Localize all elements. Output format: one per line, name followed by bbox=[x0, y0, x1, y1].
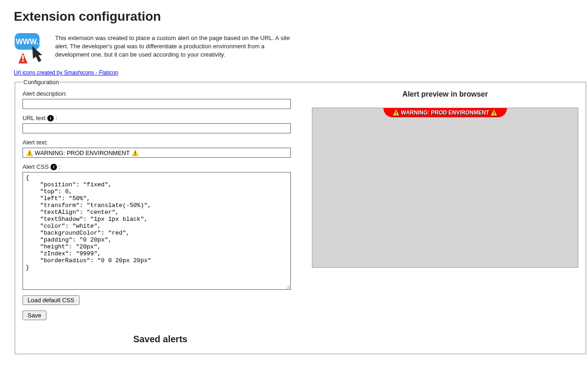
label-description: Alert description: bbox=[23, 90, 298, 97]
field-description: Alert description: bbox=[23, 90, 298, 109]
field-url-text: URL text i: bbox=[23, 115, 298, 133]
fieldset-legend: Configuration bbox=[23, 79, 60, 86]
label-alert-css-text: Alert CSS bbox=[23, 163, 49, 170]
label-url-text-text: URL text bbox=[23, 115, 45, 121]
field-alert-css: Alert CSS i: bbox=[23, 163, 298, 290]
info-icon[interactable]: i bbox=[47, 115, 54, 121]
input-alert-text[interactable] bbox=[23, 148, 291, 158]
save-button[interactable]: Save bbox=[23, 310, 46, 320]
browser-preview: ⚠️ WARNING: PROD ENVIRONMENT ⚠️ bbox=[312, 108, 578, 268]
extension-logo: WWW. bbox=[14, 32, 47, 65]
intro-text: This extension was created to place a cu… bbox=[55, 32, 294, 65]
label-alert-css: Alert CSS i: bbox=[23, 163, 298, 170]
label-alert-text: Alert text: bbox=[23, 139, 298, 146]
page-title: Extension configuration bbox=[14, 9, 574, 24]
saved-alerts-heading: Saved alerts bbox=[23, 334, 298, 345]
input-url-text[interactable] bbox=[23, 123, 291, 133]
info-icon[interactable]: i bbox=[51, 164, 57, 170]
label-url-text: URL text i: bbox=[23, 115, 298, 121]
textarea-alert-css[interactable] bbox=[23, 172, 291, 290]
load-default-css-button[interactable]: Load default CSS bbox=[23, 295, 79, 305]
alert-banner: ⚠️ WARNING: PROD ENVIRONMENT ⚠️ bbox=[384, 108, 507, 117]
attribution-link[interactable]: Url icons created by Smashicons - Flatic… bbox=[14, 69, 118, 76]
www-alert-icon: WWW. bbox=[14, 32, 47, 65]
input-description[interactable] bbox=[23, 99, 291, 109]
preview-title: Alert preview in browser bbox=[402, 90, 488, 98]
intro-section: WWW. This extension was created to place… bbox=[14, 32, 574, 65]
label-colon: : bbox=[56, 115, 57, 121]
svg-rect-4 bbox=[23, 60, 24, 62]
svg-text:WWW.: WWW. bbox=[16, 38, 39, 46]
field-alert-text: Alert text: bbox=[23, 139, 298, 158]
svg-rect-3 bbox=[23, 55, 24, 59]
label-colon: : bbox=[59, 163, 61, 170]
configuration-fieldset: Configuration Alert description: URL tex… bbox=[15, 79, 586, 354]
